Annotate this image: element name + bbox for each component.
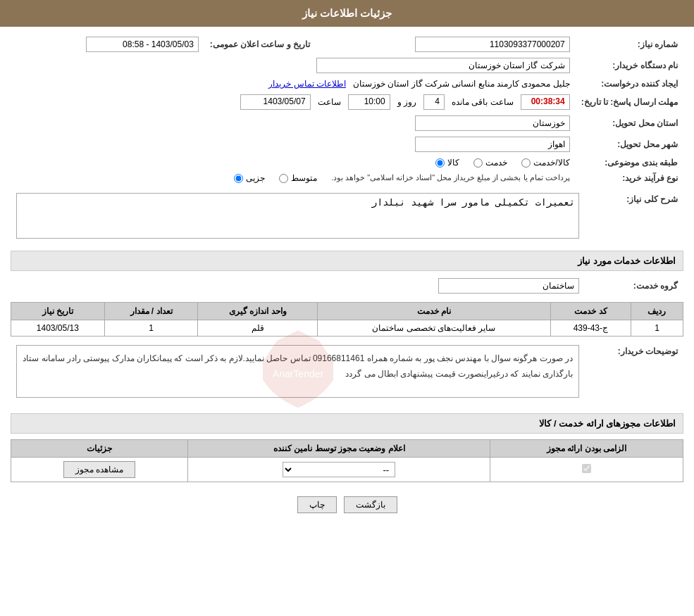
category-service-label: خدمت: [485, 158, 507, 168]
license-col-details: جزئیات: [11, 440, 188, 458]
category-label: طبقه بندی موضوعی:: [576, 155, 683, 170]
info-table: شماره نیاز: 1103093377000207 تاریخ و ساع…: [11, 34, 683, 186]
col-header-row: ردیف: [631, 303, 683, 320]
col-header-date: تاریخ نیاز: [11, 303, 105, 320]
license-status-select[interactable]: --: [283, 462, 395, 477]
license-col-required: الزامی بودن ارائه مجوز: [490, 440, 683, 458]
purchase-type-group: جزیی متوسط پرداخت تمام یا بخشی از مبلغ خ…: [16, 173, 570, 183]
deadline-time-label: ساعت: [318, 97, 341, 107]
service-group-label: گروه خدمت:: [585, 275, 683, 296]
service-group-table: گروه خدمت: ساختمان: [11, 275, 683, 296]
buyer-notes-label: توضیحات خریدار:: [585, 342, 683, 406]
table-row: 1 ج-43-439 سایر فعالیت‌های تخصصی ساختمان…: [11, 320, 683, 337]
deadline-date: 1403/05/07: [240, 94, 311, 110]
page-title: جزئیات اطلاعات نیاز: [302, 7, 392, 19]
cell-row: 1: [631, 320, 683, 337]
license-required-cell: [490, 458, 683, 482]
purchase-type-medium: متوسط: [279, 173, 317, 183]
license-col-status: اعلام وضعیت مجوز توسط نامین کننده: [188, 440, 490, 458]
purchase-medium-radio[interactable]: [279, 174, 288, 183]
buyer-notes-box: AnarTender در صورت هرگونه سوال با مهندس …: [16, 345, 579, 398]
license-table: الزامی بودن ارائه مجوز اعلام وضعیت مجوز …: [11, 439, 683, 482]
page-header: جزئیات اطلاعات نیاز: [0, 0, 694, 27]
purchase-partial-label: جزیی: [246, 173, 265, 183]
announce-label: تاریخ و ساعت اعلان عمومی:: [204, 34, 316, 55]
province-label: استان محل تحویل:: [576, 113, 683, 134]
city-value: اهواز: [415, 137, 570, 152]
purchase-type-label: نوع فرآیند خرید:: [576, 170, 683, 186]
svg-text:AnarTender: AnarTender: [272, 368, 323, 379]
buyer-notes-text: در صورت هرگونه سوال با مهندس نجف پور به …: [23, 353, 573, 379]
deadline-time: 10:00: [348, 94, 390, 110]
deadline-remaining-label: ساعت باقی مانده: [452, 97, 514, 107]
services-data-table: ردیف کد خدمت نام خدمت واحد اندازه گیری ت…: [11, 302, 683, 337]
city-label: شهر محل تحویل:: [576, 134, 683, 155]
purchase-partial-radio[interactable]: [234, 174, 243, 183]
creator-label: ایجاد کننده درخواست:: [576, 76, 683, 92]
col-header-qty: تعداد / مقدار: [104, 303, 198, 320]
deadline-remaining: 00:38:34: [521, 94, 570, 110]
category-service-radio[interactable]: [473, 158, 483, 168]
footer-buttons: بازگشت چاپ: [11, 488, 683, 522]
page-wrapper: جزئیات اطلاعات نیاز شماره نیاز: 11030933…: [0, 0, 694, 616]
province-value: خوزستان: [415, 115, 570, 131]
purchase-type-partial: جزیی: [234, 173, 265, 183]
category-option-goods: کالا: [435, 158, 459, 168]
creator-contact-link[interactable]: اطلاعات تماس خریدار: [268, 79, 346, 89]
service-group-value: ساختمان: [438, 278, 579, 294]
need-desc-table: شرح کلی نیاز:: [11, 190, 683, 244]
creator-value: جلیل محمودی کارمند منابع انسانی شرکت گاز…: [353, 79, 570, 89]
category-both-radio[interactable]: [521, 158, 531, 168]
cell-date: 1403/05/13: [11, 320, 105, 337]
deadline-label: مهلت ارسال پاسخ: تا تاریخ:: [576, 92, 683, 113]
cell-qty: 1: [104, 320, 198, 337]
main-content: شماره نیاز: 1103093377000207 تاریخ و ساع…: [0, 27, 694, 529]
view-license-button[interactable]: مشاهده مجوز: [63, 461, 135, 478]
license-section-title: اطلاعات مجوزهای ارائه خدمت / کالا: [11, 413, 683, 434]
buyer-name-value: شرکت گاز استان خوزستان: [316, 58, 570, 73]
deadline-days: 4: [423, 94, 445, 110]
category-option-both: کالا/خدمت: [521, 158, 569, 168]
category-both-label: کالا/خدمت: [533, 158, 569, 168]
category-goods-label: کالا: [447, 158, 459, 168]
cell-unit: قلم: [198, 320, 318, 337]
need-desc-label: شرح کلی نیاز:: [585, 190, 683, 244]
category-radio-group: کالا خدمت کالا/خدمت: [16, 158, 570, 168]
purchase-medium-label: متوسط: [291, 173, 317, 183]
license-required-checkbox: [582, 464, 591, 473]
category-option-service: خدمت: [473, 158, 507, 168]
back-button[interactable]: بازگشت: [344, 496, 397, 513]
col-header-unit: واحد اندازه گیری: [198, 303, 318, 320]
col-header-code: کد خدمت: [550, 303, 631, 320]
need-number-value: 1103093377000207: [415, 37, 570, 52]
cell-code: ج-43-439: [550, 320, 631, 337]
need-desc-textarea[interactable]: [16, 193, 579, 239]
category-goods-radio[interactable]: [435, 158, 445, 168]
print-button[interactable]: چاپ: [297, 496, 337, 513]
buyer-notes-table: توضیحات خریدار: AnarTender در صورت هرگون…: [11, 342, 683, 406]
license-row: -- مشاهده مجوز: [11, 458, 683, 482]
cell-name: سایر فعالیت‌های تخصصی ساختمان: [318, 320, 551, 337]
col-header-name: نام خدمت: [318, 303, 551, 320]
announce-value: 1403/05/03 - 08:58: [86, 37, 199, 52]
deadline-day-label: روز و: [397, 97, 416, 107]
service-section-title: اطلاعات خدمات مورد نیاز: [11, 251, 683, 271]
buyer-name-label: نام دستگاه خریدار:: [576, 55, 683, 76]
need-number-label: شماره نیاز:: [576, 34, 683, 55]
purchase-desc: پرداخت تمام یا بخشی از مبلغ خریداز محل "…: [331, 173, 570, 182]
